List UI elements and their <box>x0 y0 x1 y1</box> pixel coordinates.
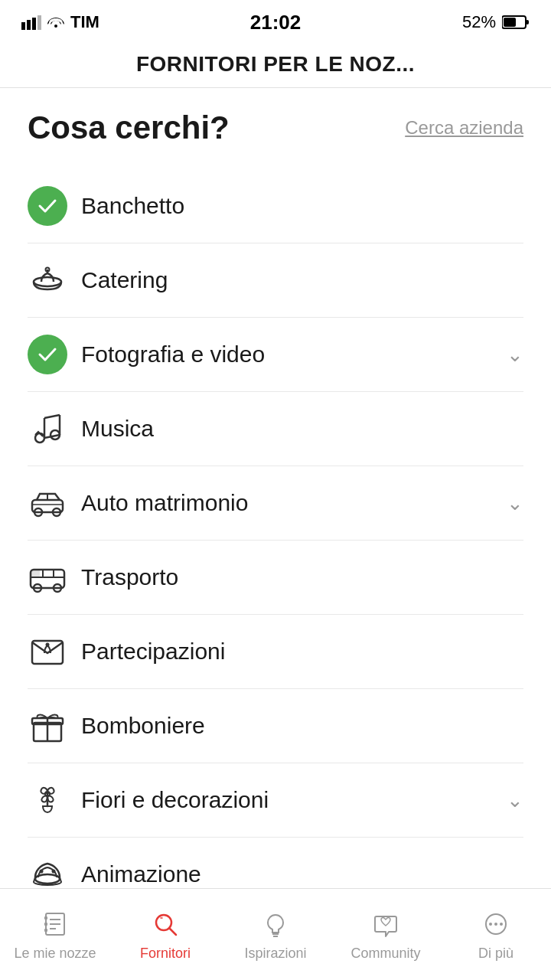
main-content: Cosa cerchi? Cerca azienda Banchetto <box>0 88 551 911</box>
page-title: FORNITORI PER LE NOZ... <box>15 52 536 77</box>
category-item-partecipazioni[interactable]: Partecipazioni <box>28 615 523 689</box>
svg-point-53 <box>500 923 503 926</box>
nav-item-le-mie-nozze[interactable]: Le mie nozze <box>0 907 110 962</box>
trasporto-icon <box>28 557 81 597</box>
fiori-label: Fiori e decorazioni <box>81 787 507 813</box>
svg-rect-43 <box>44 923 47 926</box>
category-list: Banchetto Catering <box>28 169 523 911</box>
category-item-trasporto[interactable]: Trasporto <box>28 541 523 615</box>
nav-item-di-piu[interactable]: Di più <box>441 907 551 962</box>
nav-item-ispirazioni[interactable]: Ispirazioni <box>220 907 331 962</box>
partecipazioni-icon <box>28 632 81 671</box>
category-item-auto[interactable]: Auto matrimonio ⌄ <box>28 466 523 541</box>
auto-label: Auto matrimonio <box>81 490 507 516</box>
cerca-azienda-link[interactable]: Cerca azienda <box>405 117 523 139</box>
svg-point-4 <box>54 24 57 28</box>
bottom-navigation: Le mie nozze Fornitori Ispirazioni <box>0 888 551 980</box>
svg-rect-7 <box>504 18 516 27</box>
fiori-chevron: ⌄ <box>507 789 523 812</box>
fiori-icon <box>28 780 81 820</box>
catering-label: Catering <box>81 267 523 293</box>
svg-point-37 <box>52 870 56 874</box>
svg-line-14 <box>44 415 60 418</box>
trasporto-label: Trasporto <box>81 564 523 590</box>
musica-icon <box>28 409 81 449</box>
svg-rect-44 <box>44 929 47 932</box>
category-item-fotografia[interactable]: Fotografia e video ⌄ <box>28 318 523 392</box>
svg-point-36 <box>40 870 44 874</box>
status-bar: TIM 21:02 52% <box>0 0 551 41</box>
musica-label: Musica <box>81 416 523 442</box>
lightbulb-icon <box>259 907 292 941</box>
nav-label-ispirazioni: Ispirazioni <box>244 946 306 962</box>
svg-point-8 <box>34 277 61 286</box>
bomboniere-icon <box>28 706 81 746</box>
svg-rect-28 <box>31 570 40 577</box>
nav-label-fornitori: Fornitori <box>140 946 191 962</box>
svg-rect-3 <box>37 15 41 30</box>
banchetto-label: Banchetto <box>81 193 523 219</box>
nav-item-community[interactable]: Community <box>331 907 441 962</box>
svg-point-52 <box>494 923 497 926</box>
category-item-catering[interactable]: Catering <box>28 243 523 318</box>
notebook-icon <box>38 907 72 941</box>
svg-rect-0 <box>21 22 25 30</box>
svg-rect-6 <box>526 20 529 24</box>
svg-line-46 <box>169 928 176 935</box>
nav-label-di-piu: Di più <box>478 946 514 962</box>
svg-rect-42 <box>44 916 47 920</box>
fotografia-chevron: ⌄ <box>507 343 523 367</box>
battery-status: 52% <box>462 12 530 32</box>
category-item-fiori[interactable]: Fiori e decorazioni ⌄ <box>28 763 523 838</box>
search-icon <box>148 907 182 941</box>
carrier-signal: TIM <box>21 12 99 32</box>
svg-point-51 <box>489 923 492 926</box>
dots-icon <box>479 907 513 941</box>
bomboniere-label: Bomboniere <box>81 713 523 739</box>
partecipazioni-label: Partecipazioni <box>81 639 523 665</box>
auto-icon <box>28 483 81 523</box>
auto-chevron: ⌄ <box>507 492 523 515</box>
fotografia-label: Fotografia e video <box>81 341 507 368</box>
nav-item-fornitori[interactable]: Fornitori <box>110 907 220 962</box>
heart-speech-icon <box>369 907 403 941</box>
search-title: Cosa cerchi? <box>28 109 230 146</box>
search-header: Cosa cerchi? Cerca azienda <box>28 109 523 146</box>
category-item-banchetto[interactable]: Banchetto <box>28 169 523 243</box>
catering-icon <box>28 260 81 300</box>
nav-label-community: Community <box>350 946 420 962</box>
animazione-label: Animazione <box>81 861 523 887</box>
svg-point-30 <box>46 643 50 647</box>
page-header: FORNITORI PER LE NOZ... <box>0 41 551 88</box>
status-time: 21:02 <box>250 11 302 34</box>
svg-rect-2 <box>32 18 36 30</box>
svg-point-11 <box>35 433 44 443</box>
nav-label-le-mie-nozze: Le mie nozze <box>14 946 96 962</box>
svg-point-35 <box>35 874 60 884</box>
svg-rect-17 <box>32 500 63 512</box>
banchetto-icon <box>28 186 81 226</box>
category-item-bomboniere[interactable]: Bomboniere <box>28 689 523 763</box>
category-item-musica[interactable]: Musica <box>28 392 523 466</box>
fotografia-icon <box>28 335 81 374</box>
svg-rect-1 <box>27 20 31 30</box>
